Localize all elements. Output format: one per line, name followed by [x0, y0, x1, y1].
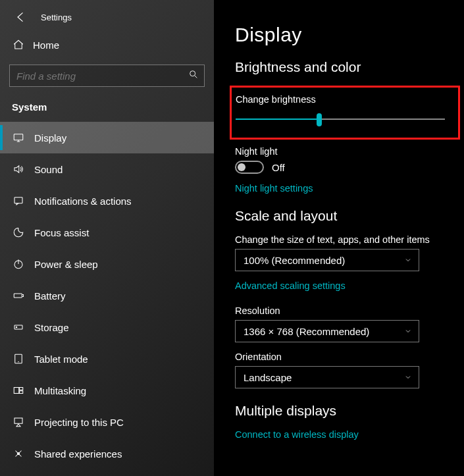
nav-sound[interactable]: Sound: [0, 153, 214, 185]
nav-storage[interactable]: Storage: [0, 311, 214, 343]
scale-value: 100% (Recommended): [244, 255, 345, 266]
nav-shared-experiences[interactable]: Shared experiences: [0, 438, 214, 469]
nav-power-sleep[interactable]: Power & sleep: [0, 248, 214, 280]
nav-label: Sound: [34, 164, 63, 175]
chevron-down-icon: [404, 327, 412, 335]
search-input[interactable]: [16, 70, 188, 82]
svg-rect-2: [14, 198, 22, 203]
nav-label: Projecting to this PC: [34, 417, 124, 428]
category-label: System: [0, 99, 214, 122]
home-link[interactable]: Home: [0, 26, 214, 61]
home-label: Home: [33, 40, 59, 51]
sidebar: Settings Home System Display Sound Notif…: [0, 0, 214, 476]
slider-thumb[interactable]: [317, 113, 322, 126]
slider-fill: [236, 119, 319, 120]
notifications-icon: [12, 194, 25, 207]
power-icon: [12, 257, 25, 271]
night-light-state: Off: [272, 162, 285, 173]
search-icon: [188, 69, 199, 82]
battery-icon: [12, 289, 25, 302]
brightness-label: Change brightness: [236, 94, 449, 105]
resolution-select[interactable]: 1366 × 768 (Recommended): [235, 320, 419, 342]
section-multiple-displays: Multiple displays: [235, 403, 464, 419]
scale-select[interactable]: 100% (Recommended): [235, 249, 419, 271]
toggle-knob: [238, 163, 245, 171]
nav-display[interactable]: Display: [0, 122, 214, 153]
brightness-slider[interactable]: [236, 113, 445, 126]
nav-label: Notifications & actions: [34, 196, 132, 207]
night-light-toggle[interactable]: [235, 161, 264, 174]
back-button[interactable]: [12, 8, 30, 26]
nav-notifications[interactable]: Notifications & actions: [0, 185, 214, 217]
brightness-highlight: Change brightness: [230, 86, 460, 140]
multitasking-icon: [12, 384, 25, 397]
section-brightness: Brightness and color: [235, 59, 464, 75]
chevron-down-icon: [404, 373, 412, 381]
resolution-label: Resolution: [235, 305, 464, 316]
home-icon: [12, 38, 25, 51]
svg-rect-1: [14, 134, 23, 140]
shared-icon: [12, 447, 25, 460]
night-light-label: Night light: [235, 146, 464, 157]
nav-multitasking[interactable]: Multitasking: [0, 375, 214, 406]
nav-label: Focus assist: [34, 227, 89, 238]
night-light-settings-link[interactable]: Night light settings: [235, 183, 464, 194]
svg-rect-11: [14, 418, 22, 423]
svg-point-12: [18, 453, 20, 455]
display-icon: [12, 131, 25, 144]
nav-battery[interactable]: Battery: [0, 280, 214, 311]
resolution-value: 1366 × 768 (Recommended): [244, 326, 369, 337]
chevron-down-icon: [404, 256, 412, 264]
nav-projecting[interactable]: Projecting to this PC: [0, 406, 214, 438]
sound-icon: [12, 163, 25, 176]
svg-rect-4: [14, 294, 22, 298]
app-title: Settings: [41, 13, 72, 22]
storage-icon: [12, 321, 25, 334]
arrow-left-icon: [14, 11, 28, 24]
search-box[interactable]: [9, 65, 205, 87]
wireless-display-link[interactable]: Connect to a wireless display: [235, 429, 464, 440]
nav-focus-assist[interactable]: Focus assist: [0, 217, 214, 248]
svg-rect-10: [20, 391, 23, 394]
page-title: Display: [235, 24, 464, 46]
scale-label: Change the size of text, apps, and other…: [235, 234, 464, 245]
nav-label: Power & sleep: [34, 259, 98, 270]
nav-tablet-mode[interactable]: Tablet mode: [0, 343, 214, 375]
section-scale: Scale and layout: [235, 208, 464, 224]
orientation-value: Landscape: [244, 372, 292, 383]
nav-label: Display: [34, 132, 66, 144]
nav-label: Storage: [34, 322, 69, 333]
svg-point-0: [190, 71, 195, 76]
orientation-label: Orientation: [235, 352, 464, 362]
nav-label: Battery: [34, 290, 66, 302]
svg-point-6: [16, 327, 17, 328]
main-content: Display Brightness and color Change brig…: [214, 0, 464, 476]
tablet-icon: [12, 352, 25, 365]
svg-rect-9: [20, 388, 23, 390]
svg-rect-8: [14, 388, 19, 394]
nav-label: Tablet mode: [34, 354, 88, 365]
nav-label: Shared experiences: [34, 448, 122, 460]
focus-assist-icon: [12, 226, 25, 239]
projecting-icon: [12, 415, 25, 429]
orientation-select[interactable]: Landscape: [235, 366, 419, 388]
nav-label: Multitasking: [34, 385, 86, 396]
advanced-scaling-link[interactable]: Advanced scaling settings: [235, 280, 464, 291]
